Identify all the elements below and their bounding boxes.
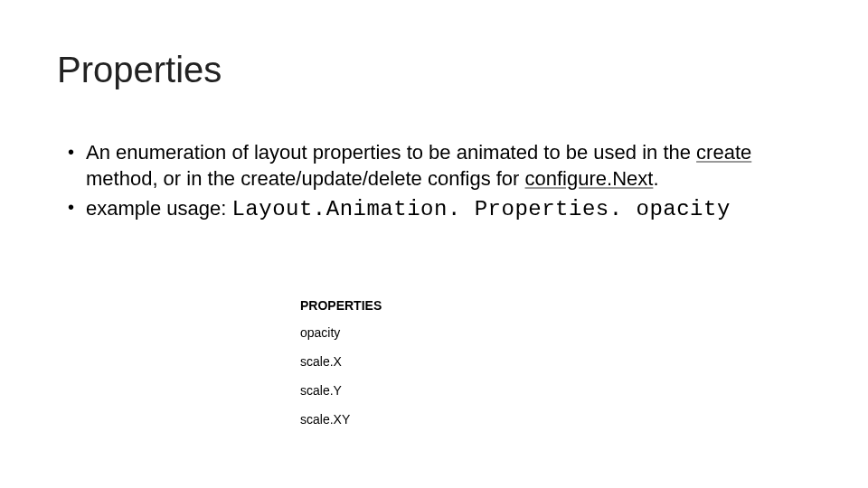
link-configure-next[interactable]: configure.Next xyxy=(525,167,654,190)
bullet-item: example usage: Layout.Animation. Propert… xyxy=(57,195,814,223)
example-label: example usage: xyxy=(86,197,231,220)
properties-table: PROPERTIES opacity scale.X scale.Y scale… xyxy=(300,298,382,441)
slide: Properties An enumeration of layout prop… xyxy=(0,0,868,488)
example-code: Layout.Animation. Properties. opacity xyxy=(231,197,730,221)
table-row: scale.X xyxy=(300,354,382,369)
table-row: opacity xyxy=(300,325,382,340)
table-header: PROPERTIES xyxy=(300,298,382,313)
bullet-list: An enumeration of layout properties to b… xyxy=(57,140,814,223)
link-create[interactable]: create xyxy=(696,141,751,164)
slide-body: An enumeration of layout properties to b… xyxy=(57,140,814,227)
text-fragment: An enumeration of layout properties to b… xyxy=(86,141,696,164)
table-row: scale.Y xyxy=(300,383,382,398)
bullet-item: An enumeration of layout properties to b… xyxy=(57,140,814,192)
slide-title: Properties xyxy=(57,50,222,90)
text-fragment: . xyxy=(653,167,658,190)
table-row: scale.XY xyxy=(300,412,382,427)
text-fragment: method, or in the create/update/delete c… xyxy=(86,167,525,190)
